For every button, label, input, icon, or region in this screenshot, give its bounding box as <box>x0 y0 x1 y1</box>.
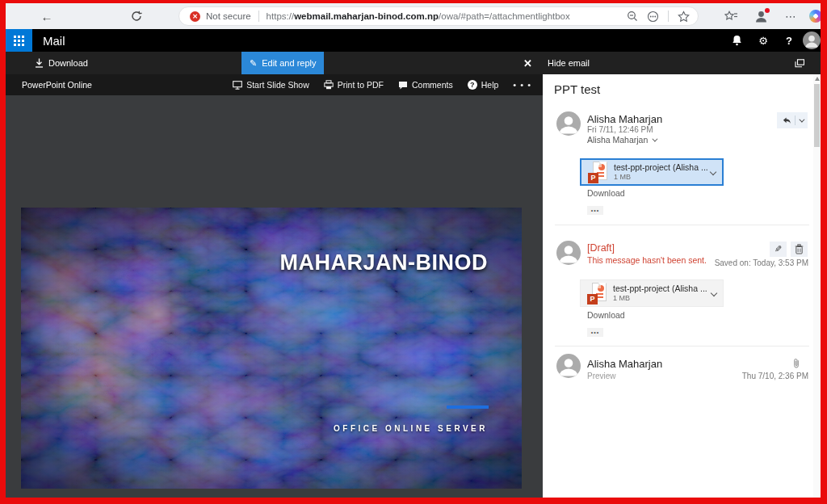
browser-menu-icon[interactable]: ⋯ <box>783 9 798 23</box>
download-button[interactable]: Download <box>35 52 88 74</box>
attachment-card[interactable]: P test-ppt-project (Alisha ... 1 MB <box>580 279 724 307</box>
attachment-size: 1 MB <box>614 173 708 182</box>
comments-icon <box>398 81 408 90</box>
message-more-button[interactable]: ••• <box>587 328 603 337</box>
not-secure-icon[interactable]: ✕ <box>190 11 200 22</box>
start-slideshow-button[interactable]: Start Slide Show <box>233 80 309 90</box>
url-scheme: https:// <box>267 11 295 21</box>
refresh-icon[interactable] <box>128 8 145 24</box>
profile-notification-dot <box>765 8 770 13</box>
extensions-icon[interactable] <box>647 10 659 23</box>
browser-toolbar: ← ✕ Not secure https://webmail.maharjan-… <box>6 3 821 29</box>
avatar <box>556 354 581 378</box>
app-header: Mail ⚙ ? <box>6 29 821 52</box>
attachment-card[interactable]: P test-ppt-project (Alisha ... 1 MB <box>580 158 724 186</box>
download-icon <box>35 58 44 68</box>
avatar <box>556 241 581 265</box>
attachment-name: test-ppt-project (Alisha ... <box>614 162 708 173</box>
message-divider <box>555 225 809 225</box>
popout-icon[interactable] <box>795 52 804 74</box>
viewer-more-icon[interactable]: • • • <box>513 80 531 90</box>
edit-and-reply-label: Edit and reply <box>262 58 316 68</box>
back-icon[interactable]: ← <box>39 8 55 24</box>
favorite-star-icon[interactable] <box>678 10 690 23</box>
message-timestamp: Fri 7/11, 12:46 PM <box>587 125 653 134</box>
delete-draft-button[interactable] <box>791 242 808 257</box>
attachment-download-link[interactable]: Download <box>587 310 625 320</box>
draft-label[interactable]: [Draft] <box>587 242 615 254</box>
powerpoint-file-icon: P <box>588 162 607 183</box>
help-icon[interactable]: ? <box>779 29 800 52</box>
hide-email-button[interactable]: Hide email <box>548 52 590 74</box>
attachment-name: test-ppt-project (Alisha ... <box>613 284 707 294</box>
edit-and-reply-button[interactable]: ✎ Edit and reply <box>241 52 324 74</box>
draft-saved-timestamp: Saved on: Today, 3:53 PM <box>715 258 808 267</box>
pencil-icon: ✎ <box>775 244 782 254</box>
viewer-help-button[interactable]: ? Help <box>468 80 499 90</box>
address-bar[interactable]: ✕ Not secure https://webmail.maharjan-bi… <box>178 6 699 26</box>
slide-preview[interactable]: MAHARJAN-BINOD OFFICE ONLINE SERVER <box>21 208 522 489</box>
comments-button[interactable]: Comments <box>398 80 453 90</box>
close-preview-button[interactable]: ✕ <box>523 52 532 74</box>
message-sender[interactable]: Alisha Maharjan <box>587 113 662 125</box>
download-button-label: Download <box>48 58 88 68</box>
app-launcher-button[interactable] <box>6 29 32 52</box>
scrollbar-thumb[interactable] <box>814 84 820 147</box>
viewer-toolbar: PowerPoint Online Start Slide Show Print… <box>6 74 543 95</box>
zoom-icon[interactable] <box>627 10 638 22</box>
attachment-size: 1 MB <box>613 294 707 303</box>
print-to-pdf-button[interactable]: Print to PDF <box>324 80 384 90</box>
powerpoint-file-icon: P <box>587 283 607 304</box>
viewer-help-label: Help <box>481 80 499 90</box>
paperclip-icon <box>793 358 800 370</box>
recipient-name: Alisha Maharjan <box>587 135 648 145</box>
address-divider <box>258 10 259 22</box>
reply-button[interactable] <box>777 112 808 128</box>
reply-options-chevron-icon[interactable] <box>799 116 804 122</box>
scrollbar-up-arrow[interactable] <box>815 77 820 81</box>
screenshot-frame: ← ✕ Not secure https://webmail.maharjan-… <box>0 0 827 504</box>
attachment-download-link[interactable]: Download <box>587 188 625 198</box>
message-sender[interactable]: Alisha Maharjan <box>587 358 662 370</box>
profile-avatar-icon[interactable] <box>754 9 768 23</box>
trash-icon <box>795 244 804 254</box>
email-pane: PPT test Alisha Maharjan Fri 7/11, 12:46… <box>543 74 821 498</box>
reply-divider <box>795 116 796 125</box>
message-timestamp: Thu 7/10, 2:36 PM <box>742 372 808 380</box>
slide-accent-line <box>447 405 489 409</box>
message-recipient[interactable]: Alisha Maharjan <box>587 135 656 145</box>
attachment-menu-chevron-icon[interactable] <box>711 290 717 296</box>
url-host: webmail.maharjan-binod.com.np <box>294 11 439 21</box>
settings-gear-icon[interactable]: ⚙ <box>753 29 774 52</box>
pane-scrollbar[interactable] <box>813 74 821 498</box>
pill-divider <box>668 10 669 22</box>
attachment-menu-chevron-icon[interactable] <box>710 169 716 175</box>
printer-icon <box>324 80 334 90</box>
edit-draft-button[interactable]: ✎ <box>770 242 787 257</box>
viewer-app-label: PowerPoint Online <box>22 80 92 90</box>
app-title: Mail <box>43 34 65 48</box>
slide-subtitle: OFFICE ONLINE SERVER <box>334 424 488 433</box>
powerpoint-viewer: PowerPoint Online Start Slide Show Print… <box>6 74 543 498</box>
quill-icon: ✎ <box>250 58 257 69</box>
viewer-canvas: MAHARJAN-BINOD OFFICE ONLINE SERVER <box>6 95 543 498</box>
start-slideshow-label: Start Slide Show <box>246 80 309 90</box>
reply-icon <box>782 116 791 125</box>
email-subject: PPT test <box>554 82 600 96</box>
chevron-down-icon <box>653 136 658 141</box>
avatar <box>556 111 581 136</box>
message-divider <box>555 346 809 346</box>
monitor-icon <box>233 81 242 90</box>
message-more-button[interactable]: ••• <box>587 206 603 215</box>
favorites-bar-icon[interactable] <box>724 9 738 23</box>
attachment-action-bar: Download ✎ Edit and reply ✕ Hide email <box>6 52 821 74</box>
draft-note: This message hasn't been sent. <box>587 255 707 265</box>
app-launcher-icon <box>14 36 24 46</box>
url-text[interactable]: https://webmail.maharjan-binod.com.np/ow… <box>267 11 570 21</box>
message-preview-label: Preview <box>587 372 616 380</box>
account-avatar[interactable] <box>801 29 822 52</box>
copilot-icon[interactable] <box>808 9 823 23</box>
notifications-bell-icon[interactable] <box>726 29 747 52</box>
not-secure-label[interactable]: Not secure <box>206 11 251 21</box>
help-circle-icon: ? <box>468 80 477 90</box>
